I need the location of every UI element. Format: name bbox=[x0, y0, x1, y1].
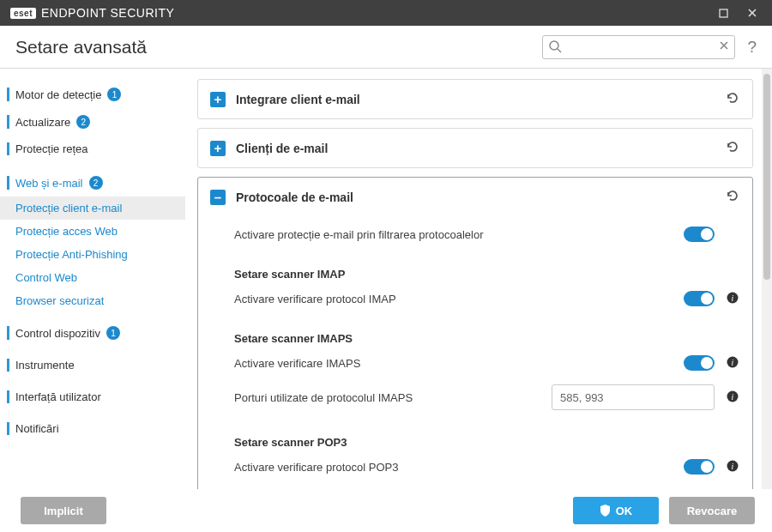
svg-text:i: i bbox=[732, 462, 734, 471]
accordion-body: Activare protecție e-mail prin filtrarea… bbox=[198, 216, 752, 489]
info-icon: i bbox=[727, 356, 739, 368]
revert-button[interactable] bbox=[725, 90, 740, 108]
setting-row-pop3: Activare verificare protocol POP3 i bbox=[234, 452, 740, 481]
section-head-imap: Setare scanner IMAP bbox=[234, 249, 740, 284]
toggle-imaps[interactable] bbox=[684, 355, 715, 371]
titlebar: eset ENDPOINT SECURITY bbox=[0, 0, 772, 26]
header: Setare avansată ? bbox=[0, 26, 772, 69]
sidebar-item-device-control[interactable]: Control dispozitiv1 bbox=[0, 319, 185, 347]
revert-button[interactable] bbox=[725, 188, 740, 206]
svg-point-1 bbox=[550, 41, 558, 50]
info-button[interactable]: i bbox=[725, 356, 740, 371]
sidebar-item-ui[interactable]: Interfață utilizator bbox=[0, 384, 185, 410]
help-button[interactable]: ? bbox=[747, 38, 757, 57]
accordion-label: Integrare client e-mail bbox=[236, 93, 715, 106]
app-brand: eset ENDPOINT SECURITY bbox=[10, 6, 174, 20]
setting-label: Activare verificare protocol POP3 bbox=[234, 461, 673, 474]
expand-icon: + bbox=[210, 141, 226, 156]
undo-icon bbox=[725, 139, 740, 154]
toggle-enable-filter[interactable] bbox=[684, 227, 715, 242]
default-button[interactable]: Implicit bbox=[21, 497, 106, 524]
search-box bbox=[542, 35, 735, 59]
revert-button[interactable] bbox=[725, 139, 740, 157]
cancel-button[interactable]: Revocare bbox=[669, 497, 755, 524]
info-icon: i bbox=[727, 390, 739, 402]
info-icon: i bbox=[727, 292, 739, 304]
setting-row-imaps-ports: Porturi utilizate de protocolul IMAPS i bbox=[234, 378, 740, 417]
svg-text:i: i bbox=[732, 293, 734, 303]
window-maximize-button[interactable] bbox=[709, 0, 738, 26]
ok-button[interactable]: OK bbox=[573, 497, 659, 524]
close-icon bbox=[747, 8, 757, 18]
setting-row-imaps: Activare verificare IMAPS i bbox=[234, 348, 740, 378]
sidebar-item-detection[interactable]: Motor de detecție1 bbox=[0, 81, 185, 108]
setting-label: Activare verificare IMAPS bbox=[234, 357, 673, 370]
sidebar-item-network[interactable]: Protecție rețea bbox=[0, 136, 185, 162]
page-title: Setare avansată bbox=[15, 37, 147, 57]
search-input[interactable] bbox=[542, 35, 735, 59]
sidebar-item-secure-browser[interactable]: Browser securizat bbox=[0, 289, 185, 312]
info-icon: i bbox=[727, 460, 739, 472]
toggle-pop3[interactable] bbox=[684, 459, 715, 475]
expand-icon: + bbox=[210, 92, 226, 107]
scrollbar[interactable] bbox=[762, 69, 772, 489]
sidebar-item-email-client[interactable]: Protecție client e-mail bbox=[0, 196, 185, 220]
badge: 1 bbox=[106, 326, 120, 340]
setting-label: Activare protecție e-mail prin filtrarea… bbox=[234, 228, 673, 241]
sidebar-item-web-access[interactable]: Protecție acces Web bbox=[0, 220, 185, 243]
sidebar-item-notifications[interactable]: Notificări bbox=[0, 415, 185, 442]
badge: 2 bbox=[76, 115, 90, 129]
accordion-email-protocols: – Protocoale de e-mail Activare protecți… bbox=[197, 177, 753, 489]
accordion-header[interactable]: + Integrare client e-mail bbox=[198, 80, 752, 118]
content-area: + Integrare client e-mail + Clienți de e… bbox=[192, 69, 762, 489]
info-button[interactable]: i bbox=[725, 292, 740, 306]
svg-text:i: i bbox=[732, 392, 734, 402]
brand-badge: eset bbox=[10, 8, 36, 19]
setting-label: Activare verificare protocol IMAP bbox=[234, 293, 673, 305]
ok-label: OK bbox=[616, 505, 633, 517]
setting-row-imap: Activare verificare protocol IMAP i bbox=[234, 284, 740, 313]
sidebar-item-antiphishing[interactable]: Protecție Anti-Phishing bbox=[0, 243, 185, 266]
badge: 2 bbox=[89, 176, 103, 190]
toggle-imap[interactable] bbox=[684, 291, 715, 306]
undo-icon bbox=[725, 90, 740, 106]
close-icon bbox=[718, 39, 730, 51]
sidebar-item-tools[interactable]: Instrumente bbox=[0, 352, 185, 378]
window-close-button[interactable] bbox=[738, 0, 767, 26]
accordion-header[interactable]: + Clienți de e-mail bbox=[198, 129, 752, 167]
sidebar: Motor de detecție1 Actualizare2 Protecți… bbox=[0, 69, 192, 489]
search-icon bbox=[548, 39, 562, 56]
undo-icon bbox=[725, 188, 740, 203]
clear-search-button[interactable] bbox=[718, 39, 730, 54]
sidebar-item-web-control[interactable]: Control Web bbox=[0, 266, 185, 289]
accordion-header[interactable]: – Protocoale de e-mail bbox=[198, 178, 752, 216]
setting-label: Porturi utilizate de protocolul IMAPS bbox=[234, 391, 541, 404]
accordion-email-clients: + Clienți de e-mail bbox=[197, 128, 753, 168]
collapse-icon: – bbox=[210, 190, 226, 205]
sidebar-item-web-email[interactable]: Web și e-mail2 bbox=[0, 169, 185, 196]
section-head-imaps: Setare scanner IMAPS bbox=[234, 313, 740, 348]
info-button[interactable]: i bbox=[725, 460, 740, 475]
brand-text: ENDPOINT SECURITY bbox=[41, 6, 174, 20]
svg-rect-0 bbox=[720, 9, 727, 17]
square-icon bbox=[719, 9, 728, 18]
footer: Implicit OK Revocare bbox=[0, 489, 772, 532]
svg-text:i: i bbox=[732, 358, 734, 367]
accordion-label: Clienți de e-mail bbox=[236, 142, 715, 155]
accordion-label: Protocoale de e-mail bbox=[236, 190, 715, 204]
setting-row-enable-filter: Activare protecție e-mail prin filtrarea… bbox=[234, 220, 740, 249]
badge: 1 bbox=[107, 88, 121, 101]
sidebar-item-update[interactable]: Actualizare2 bbox=[0, 108, 185, 136]
info-button[interactable]: i bbox=[725, 390, 740, 405]
scrollbar-thumb[interactable] bbox=[763, 74, 770, 280]
shield-icon bbox=[600, 505, 611, 517]
section-head-pop3: Setare scanner POP3 bbox=[234, 417, 740, 452]
accordion-email-integration: + Integrare client e-mail bbox=[197, 79, 753, 119]
imaps-ports-input[interactable] bbox=[552, 384, 715, 410]
